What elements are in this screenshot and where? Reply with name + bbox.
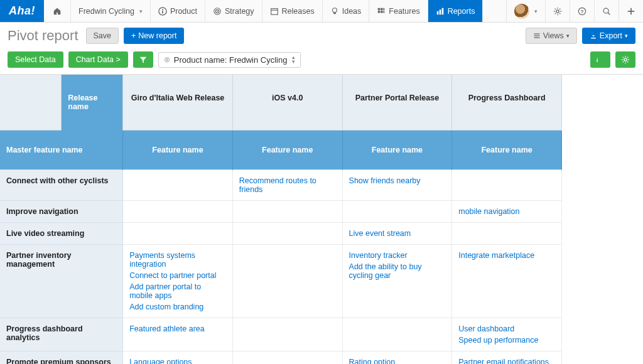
svg-rect-14 [381, 11, 383, 13]
filter-chip-product[interactable]: ⊗Product name: Fredwin Cycling▴▾ [158, 52, 301, 68]
svg-rect-16 [436, 11, 438, 14]
pivot-cell [232, 244, 342, 318]
pivot-cell [123, 200, 233, 222]
filter-button[interactable] [133, 51, 153, 68]
svg-point-29 [624, 58, 627, 61]
workspace-picker[interactable]: Fredwin Cycling [71, 0, 151, 22]
svg-rect-10 [378, 8, 381, 10]
row-header[interactable]: Live video streaming [0, 222, 123, 244]
column-header[interactable]: Partner Portal Release [342, 75, 452, 130]
brand-logo[interactable]: Aha! [0, 0, 44, 22]
pivot-cell: Inventory trackerAdd the ability to buy … [342, 244, 452, 318]
feature-link[interactable]: Show friends nearby [349, 175, 446, 186]
feature-link[interactable]: Rating option [349, 356, 446, 365]
pivot-cell [123, 222, 233, 244]
svg-rect-12 [384, 8, 385, 10]
top-nav: Aha! Fredwin Cycling Product Strategy Re… [0, 0, 643, 23]
info-icon [158, 7, 167, 16]
pivot-cell [342, 318, 452, 351]
views-button[interactable]: Views▾ [526, 28, 577, 44]
nav-releases[interactable]: Releases [262, 0, 323, 22]
avatar [514, 4, 529, 19]
nav-home[interactable] [44, 0, 71, 22]
data-toolbar: Select Data Chart Data > ⊗Product name: … [0, 49, 643, 74]
pivot-table: Release nameGiro d'Italia Web ReleaseiOS… [0, 74, 643, 364]
target-icon [213, 7, 222, 16]
gear-icon [553, 7, 562, 16]
pivot-cell [232, 318, 342, 351]
pivot-cell [232, 351, 342, 364]
feature-link[interactable]: Partner email notifications [458, 356, 555, 365]
svg-text:?: ? [581, 8, 584, 14]
nav-help[interactable]: ? [570, 0, 594, 22]
pivot-cell [232, 222, 342, 244]
calendar-icon [270, 7, 279, 16]
chart-data-button[interactable]: Chart Data > [68, 51, 128, 68]
nav-product[interactable]: Product [151, 0, 205, 22]
sort-config-button[interactable] [590, 51, 610, 68]
svg-point-22 [603, 8, 608, 13]
user-menu[interactable] [506, 0, 545, 22]
nav-add[interactable] [619, 0, 643, 22]
pivot-cell [452, 222, 562, 244]
pivot-cell: Integrate marketplace [452, 244, 562, 318]
feature-link[interactable]: Featured athlete area [129, 323, 226, 335]
help-icon: ? [578, 7, 586, 16]
column-header[interactable]: Giro d'Italia Web Release [123, 75, 233, 130]
pivot-cell: Language options [123, 351, 233, 364]
feature-name-header: Feature name [342, 130, 452, 169]
pivot-cell: Payments systems integrationConnect to p… [123, 244, 233, 318]
page-toolbar: Pivot report Save +New report Views▾ Exp… [0, 23, 643, 49]
master-feature-header: Master feature name [0, 130, 123, 169]
row-header[interactable]: Progress dashboard analytics [0, 318, 123, 351]
feature-link[interactable]: Connect to partner portal [129, 270, 226, 281]
feature-link[interactable]: Add the ability to buy cycling gear [349, 261, 446, 281]
feature-link[interactable]: Inventory tracker [349, 250, 446, 261]
column-header[interactable]: iOS v4.0 [232, 75, 342, 130]
svg-rect-17 [439, 9, 441, 14]
feature-link[interactable]: Live event stream [349, 228, 446, 239]
release-name-header: Release name [62, 75, 123, 130]
feature-name-header: Feature name [232, 130, 342, 169]
svg-rect-18 [441, 8, 443, 14]
feature-link[interactable]: Payments systems integration [129, 250, 226, 270]
new-report-button[interactable]: +New report [124, 28, 184, 44]
pivot-cell: Show friends nearby [342, 169, 452, 200]
pivot-cell [342, 200, 452, 222]
svg-point-8 [332, 8, 337, 12]
svg-rect-9 [333, 12, 336, 14]
select-data-button[interactable]: Select Data [8, 51, 63, 68]
svg-line-23 [608, 13, 610, 14]
nav-ideas[interactable]: Ideas [323, 0, 370, 22]
row-header[interactable]: Partner inventory management [0, 244, 123, 318]
pivot-cell [232, 200, 342, 222]
plus-icon [627, 7, 635, 16]
export-button[interactable]: Export▾ [582, 28, 635, 44]
feature-link[interactable]: Integrate marketplace [458, 250, 555, 261]
row-header[interactable]: Connect with other cyclists [0, 169, 123, 200]
nav-features[interactable]: Features [369, 0, 428, 22]
column-header[interactable]: Progress Dashboard [452, 75, 562, 130]
pivot-cell: mobile navigation [452, 200, 562, 222]
row-header[interactable]: Improve navigation [0, 200, 123, 222]
nav-reports[interactable]: Reports [428, 0, 484, 22]
row-header[interactable]: Promote premium sponsors [0, 351, 123, 364]
feature-link[interactable]: Recommend routes to friends [239, 175, 336, 195]
feature-link[interactable]: Language options [129, 356, 226, 365]
nav-search[interactable] [594, 0, 619, 22]
close-icon[interactable]: ⊗ [164, 55, 170, 64]
pivot-cell: Live event stream [342, 222, 452, 244]
nav-strategy[interactable]: Strategy [205, 0, 262, 22]
save-button[interactable]: Save [86, 28, 119, 44]
feature-link[interactable]: Add partner portal to mobile apps [129, 281, 226, 301]
nav-settings[interactable] [545, 0, 570, 22]
settings-button[interactable] [615, 51, 635, 68]
pivot-cell: Partner email notifications [452, 351, 562, 364]
feature-link[interactable]: Speed up performance [458, 335, 555, 346]
workspace-label: Fredwin Cycling [78, 7, 134, 16]
svg-rect-27 [534, 35, 539, 36]
pivot-cell: Rating option [342, 351, 452, 364]
feature-link[interactable]: User dashboard [458, 323, 555, 335]
feature-link[interactable]: mobile navigation [458, 206, 555, 217]
feature-link[interactable]: Add custom branding [129, 301, 226, 313]
